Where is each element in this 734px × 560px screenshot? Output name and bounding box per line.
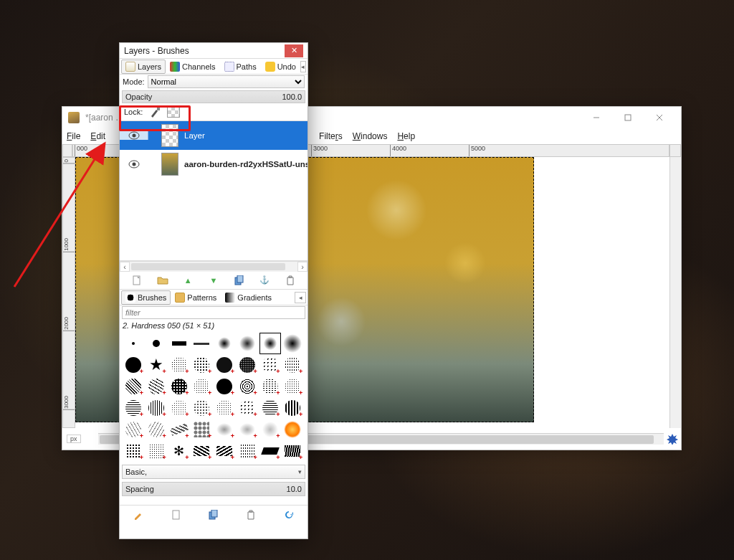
layer-row[interactable]: Layer [120, 121, 308, 150]
brush-item[interactable]: + [168, 376, 190, 397]
brush-item[interactable]: + [214, 440, 235, 462]
brush-item[interactable] [237, 333, 258, 354]
refresh-brushes-button[interactable] [282, 508, 295, 521]
tab-patterns[interactable]: Patterns [171, 290, 221, 305]
brush-item[interactable]: + [146, 376, 167, 397]
tab-undo[interactable]: Undo [261, 60, 300, 74]
brush-item[interactable]: + [259, 419, 281, 440]
brush-item[interactable]: + [146, 419, 167, 440]
dock-menu-button[interactable]: ◂ [300, 61, 306, 72]
brush-item[interactable]: + [123, 354, 144, 376]
lock-alpha-icon[interactable] [167, 106, 180, 118]
tab-channels[interactable]: Channels [166, 60, 219, 74]
delete-brush-button[interactable] [244, 508, 257, 521]
brush-item[interactable]: + [214, 354, 235, 376]
brush-item[interactable]: + [237, 419, 258, 440]
brush-item[interactable]: + [282, 397, 303, 419]
brush-preset-select[interactable]: Basic, ▾ [122, 465, 305, 479]
brush-item[interactable]: + [146, 440, 167, 462]
brush-item[interactable] [214, 333, 235, 354]
spacing-slider[interactable]: Spacing 10.0 [122, 482, 305, 496]
layer-name[interactable]: Layer [184, 131, 308, 140]
new-layer-button[interactable] [130, 274, 143, 287]
new-brush-button[interactable] [170, 508, 183, 521]
edit-brush-button[interactable] [132, 508, 145, 521]
opacity-slider[interactable]: Opacity 100.0 [122, 90, 305, 103]
brush-item[interactable]: + [282, 440, 303, 462]
tab-gradients[interactable]: Gradients [221, 290, 276, 305]
brush-item[interactable]: + [191, 419, 212, 440]
brush-item[interactable]: + [123, 376, 144, 397]
delete-layer-button[interactable] [284, 274, 297, 287]
brush-item[interactable]: + [123, 397, 144, 419]
brush-item[interactable]: + [168, 354, 190, 376]
brush-item[interactable]: + [214, 419, 235, 440]
ruler-corner[interactable] [62, 144, 72, 157]
brush-item[interactable]: ★+ [146, 354, 167, 376]
brush-item[interactable]: + [168, 397, 190, 419]
menu-file[interactable]: File [67, 131, 80, 141]
mode-select[interactable]: Normal [148, 75, 305, 88]
brush-item[interactable]: + [191, 440, 212, 462]
brush-item[interactable]: + [259, 376, 281, 397]
brush-dock-menu-button[interactable]: ◂ [295, 292, 306, 303]
brush-item[interactable]: + [168, 419, 190, 440]
vertical-scrollbar[interactable] [669, 157, 681, 428]
brush-item[interactable]: + [237, 376, 258, 397]
brush-item[interactable] [282, 419, 303, 440]
layer-row[interactable]: aaron-burden-rd2yxHSSatU-unspla [120, 150, 308, 179]
brush-item[interactable]: + [237, 354, 258, 376]
menu-help[interactable]: Help [397, 131, 415, 141]
visibility-toggle[interactable] [120, 160, 148, 169]
brush-item[interactable] [123, 333, 144, 354]
brush-item[interactable]: + [259, 397, 281, 419]
brush-item[interactable]: + [237, 397, 258, 419]
brush-item[interactable]: + [123, 419, 144, 440]
brush-item[interactable]: + [259, 440, 281, 462]
brush-item[interactable]: + [146, 397, 167, 419]
navigate-icon[interactable] [667, 433, 678, 445]
raise-layer-button[interactable]: ▲ [181, 274, 194, 287]
brush-item[interactable]: + [282, 376, 303, 397]
panel-titlebar[interactable]: Layers - Brushes ✕ [120, 43, 308, 59]
panel-close-button[interactable]: ✕ [285, 44, 303, 57]
units-label[interactable]: px [67, 435, 81, 443]
brush-item[interactable]: + [191, 397, 212, 419]
layer-list-scrollbar[interactable]: ‹ › [120, 261, 308, 271]
anchor-layer-button[interactable]: ⚓ [258, 274, 271, 287]
brush-filter-input[interactable] [122, 306, 305, 319]
close-button[interactable] [644, 107, 675, 128]
brush-item[interactable]: + [191, 354, 212, 376]
brush-item[interactable]: + [282, 354, 303, 376]
scroll-left-button[interactable]: ‹ [120, 262, 130, 272]
vertical-ruler[interactable]: 0 1000 2000 3000 [62, 157, 75, 428]
layer-name[interactable]: aaron-burden-rd2yxHSSatU-unspla [184, 160, 308, 169]
tab-paths[interactable]: Paths [220, 60, 261, 74]
maximize-button[interactable] [612, 107, 644, 128]
brush-item[interactable] [146, 333, 167, 354]
menu-edit[interactable]: Edit [90, 131, 105, 141]
brush-item[interactable]: + [191, 376, 212, 397]
ruler-config-button[interactable] [669, 144, 681, 157]
tab-layers[interactable]: Layers [121, 60, 166, 74]
minimize-button[interactable] [581, 107, 612, 128]
menu-windows[interactable]: Windows [353, 131, 388, 141]
lower-layer-button[interactable]: ▼ [207, 274, 220, 287]
brush-item[interactable]: + [259, 354, 281, 376]
brush-item[interactable] [259, 333, 281, 354]
menu-filters[interactable]: Filters [319, 131, 343, 141]
brush-item[interactable]: ✻+ [168, 440, 190, 462]
brush-item[interactable]: + [237, 440, 258, 462]
brush-item[interactable] [168, 333, 190, 354]
visibility-toggle[interactable] [120, 131, 148, 140]
brush-item[interactable]: + [214, 376, 235, 397]
scroll-right-button[interactable]: › [297, 262, 308, 272]
lock-pixels-icon[interactable] [148, 106, 161, 118]
brush-item[interactable] [282, 333, 303, 354]
duplicate-brush-button[interactable] [207, 508, 220, 521]
duplicate-layer-button[interactable] [233, 274, 246, 287]
brush-item[interactable]: + [123, 440, 144, 462]
brush-item[interactable] [191, 333, 212, 354]
new-group-button[interactable] [156, 274, 169, 287]
brush-item[interactable]: + [214, 397, 235, 419]
